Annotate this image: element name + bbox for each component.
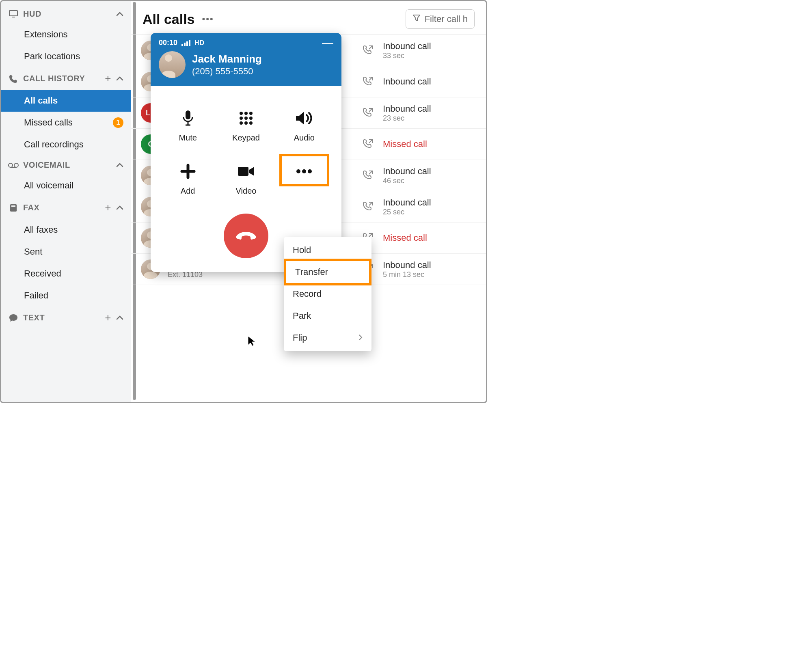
main-header: All calls ••• Filter call h — [131, 1, 486, 35]
app-frame: HUD Extensions Park locations CALL HISTO… — [0, 0, 487, 403]
phone-icon — [9, 74, 18, 83]
sidebar-item-call-recordings[interactable]: Call recordings — [1, 134, 131, 156]
sidebar-item-label: Extensions — [24, 29, 68, 40]
sidebar-item-all-calls[interactable]: All calls — [1, 90, 131, 112]
call-direction: Inbound call — [383, 166, 476, 177]
svg-point-10 — [240, 112, 243, 115]
monitor-icon — [9, 10, 18, 18]
section-text-label: TEXT — [23, 313, 105, 322]
filter-icon — [412, 14, 421, 24]
svg-point-14 — [244, 117, 248, 120]
add-button[interactable]: Add — [159, 161, 217, 196]
hangup-icon — [235, 231, 257, 241]
call-direction: Inbound call — [383, 197, 476, 208]
svg-rect-0 — [9, 11, 17, 16]
audio-label: Audio — [275, 133, 333, 143]
video-button[interactable]: Video — [217, 161, 275, 196]
sidebar-item-label: Park locations — [24, 51, 80, 62]
call-timer: 00:10 — [159, 39, 177, 47]
add-text-icon[interactable]: + — [105, 311, 111, 324]
section-hud[interactable]: HUD — [1, 4, 131, 24]
section-fax[interactable]: FAX + — [1, 197, 131, 219]
section-hud-label: HUD — [23, 9, 116, 19]
video-label: Video — [217, 186, 275, 196]
minimize-icon[interactable]: — — [322, 41, 333, 45]
sidebar-item-sent[interactable]: Sent — [1, 241, 131, 263]
end-call-button[interactable] — [224, 214, 268, 258]
menu-park[interactable]: Park — [284, 305, 371, 327]
section-text[interactable]: TEXT + — [1, 307, 131, 329]
call-duration: 46 sec — [383, 177, 476, 185]
sidebar-item-received[interactable]: Received — [1, 263, 131, 285]
mute-button[interactable]: Mute — [159, 108, 217, 143]
signal-icon — [181, 40, 190, 46]
section-voicemail[interactable]: VOICEMAIL — [1, 156, 131, 175]
section-call-history[interactable]: CALL HISTORY + — [1, 67, 131, 90]
sidebar-item-failed[interactable]: Failed — [1, 285, 131, 307]
sidebar-item-all-faxes[interactable]: All faxes — [1, 219, 131, 241]
keypad-button[interactable]: Keypad — [217, 108, 275, 143]
add-call-history-icon[interactable]: + — [105, 72, 111, 85]
section-call-history-label: CALL HISTORY — [23, 74, 105, 83]
call-direction-icon — [361, 138, 376, 150]
main-panel: All calls ••• Filter call h Inbound call… — [131, 1, 486, 402]
chevron-up-icon — [116, 12, 123, 17]
caller-number: (205) 555-5550 — [192, 66, 262, 77]
call-meta: Inbound call23 sec — [383, 104, 476, 123]
sidebar-item-label: All voicemail — [24, 180, 73, 191]
menu-flip[interactable]: Flip — [284, 327, 371, 349]
svg-point-24 — [308, 169, 312, 173]
menu-hold-label: Hold — [293, 245, 311, 255]
sidebar-item-extensions[interactable]: Extensions — [1, 24, 131, 45]
caller-avatar — [159, 51, 186, 78]
more-options-icon[interactable]: ••• — [202, 14, 214, 24]
chevron-up-icon — [116, 163, 123, 168]
menu-transfer-label: Transfer — [295, 267, 328, 277]
keypad-icon — [217, 108, 275, 128]
sidebar-item-label: Received — [24, 268, 61, 279]
more-button[interactable] — [275, 161, 333, 196]
chevron-up-icon — [116, 315, 123, 320]
add-fax-icon[interactable]: + — [105, 201, 111, 214]
call-direction: Missed call — [383, 233, 476, 243]
filter-button[interactable]: Filter call h — [406, 9, 475, 29]
call-duration: 23 sec — [383, 114, 476, 123]
call-direction-icon — [361, 169, 376, 182]
call-meta: Missed call — [383, 139, 476, 149]
sidebar-item-missed-calls[interactable]: Missed calls 1 — [1, 112, 131, 134]
call-meta: Inbound call — [383, 76, 476, 87]
svg-rect-5 — [10, 204, 17, 212]
call-direction-icon — [361, 107, 376, 119]
call-meta: Inbound call5 min 13 sec — [383, 260, 476, 279]
call-direction-icon — [361, 44, 376, 56]
call-duration: 33 sec — [383, 52, 476, 60]
svg-point-17 — [244, 121, 248, 125]
call-panel-header: 00:10 HD — Jack Manning (205) 555-5550 — [151, 33, 341, 86]
svg-point-3 — [14, 163, 18, 167]
hd-badge: HD — [194, 39, 205, 47]
voicemail-icon — [9, 162, 18, 168]
svg-point-22 — [296, 169, 300, 173]
menu-record[interactable]: Record — [284, 283, 371, 305]
menu-hold[interactable]: Hold — [284, 239, 371, 261]
call-duration: 25 sec — [383, 208, 476, 216]
cursor-icon — [247, 335, 256, 348]
call-direction: Inbound call — [383, 260, 476, 270]
sidebar-item-all-voicemail[interactable]: All voicemail — [1, 175, 131, 197]
menu-transfer[interactable]: Transfer — [284, 259, 371, 285]
more-icon — [275, 161, 333, 182]
chat-icon — [9, 314, 18, 322]
call-meta: Inbound call33 sec — [383, 41, 476, 60]
sidebar-item-label: Missed calls — [24, 117, 73, 128]
sidebar-item-label: Failed — [24, 290, 48, 301]
svg-point-15 — [249, 117, 253, 120]
svg-point-2 — [9, 163, 13, 167]
menu-park-label: Park — [293, 311, 311, 321]
section-fax-label: FAX — [23, 203, 105, 212]
active-call-panel: 00:10 HD — Jack Manning (205) 555-5550 — [151, 33, 341, 272]
video-icon — [217, 161, 275, 182]
svg-point-23 — [302, 169, 306, 173]
sidebar-item-park-locations[interactable]: Park locations — [1, 45, 131, 67]
audio-button[interactable]: Audio — [275, 108, 333, 143]
call-direction: Inbound call — [383, 76, 476, 87]
